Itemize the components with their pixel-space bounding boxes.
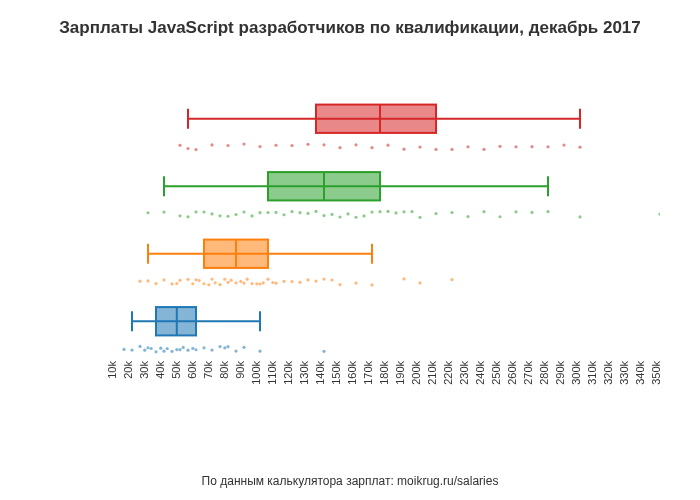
svg-point-66 xyxy=(154,350,157,353)
svg-point-167 xyxy=(514,210,517,213)
svg-point-103 xyxy=(226,281,229,284)
svg-text:100k: 100k xyxy=(250,361,262,385)
svg-text:80k: 80k xyxy=(218,361,230,379)
svg-point-175 xyxy=(210,143,213,146)
svg-text:200k: 200k xyxy=(410,361,422,385)
svg-point-179 xyxy=(274,144,277,147)
svg-point-105 xyxy=(234,281,237,284)
svg-point-98 xyxy=(207,283,210,286)
svg-point-183 xyxy=(338,146,341,149)
svg-point-116 xyxy=(282,280,285,283)
svg-point-114 xyxy=(271,281,274,284)
svg-point-196 xyxy=(546,145,549,148)
x-axis-title: По данным калькулятора зарплат: moikrug.… xyxy=(0,474,700,488)
svg-point-67 xyxy=(159,347,162,350)
svg-point-68 xyxy=(162,350,165,353)
svg-point-112 xyxy=(262,281,265,284)
svg-text:120k: 120k xyxy=(282,361,294,385)
svg-point-95 xyxy=(194,278,197,281)
svg-point-148 xyxy=(314,210,317,213)
svg-text:320k: 320k xyxy=(602,361,614,385)
svg-point-94 xyxy=(191,282,194,285)
svg-point-106 xyxy=(239,280,242,283)
svg-point-149 xyxy=(322,214,325,217)
svg-text:300k: 300k xyxy=(570,361,582,385)
svg-point-187 xyxy=(402,148,405,151)
svg-point-184 xyxy=(354,143,357,146)
svg-point-198 xyxy=(578,146,581,149)
svg-point-164 xyxy=(466,215,469,218)
svg-point-178 xyxy=(258,145,261,148)
svg-point-152 xyxy=(346,212,349,215)
svg-point-146 xyxy=(298,211,301,214)
svg-point-83 xyxy=(242,346,245,349)
svg-point-171 xyxy=(658,213,660,216)
svg-point-74 xyxy=(186,349,189,352)
svg-point-131 xyxy=(178,214,181,217)
svg-text:350k: 350k xyxy=(650,361,660,385)
svg-text:250k: 250k xyxy=(490,361,502,385)
svg-text:20k: 20k xyxy=(122,361,134,379)
svg-point-81 xyxy=(226,345,229,348)
svg-point-122 xyxy=(330,278,333,281)
chart-title: Зарплаты JavaScript разработчиков по ква… xyxy=(0,0,700,46)
svg-point-139 xyxy=(242,210,245,213)
svg-point-101 xyxy=(218,283,221,286)
svg-text:60k: 60k xyxy=(186,361,198,379)
svg-text:190k: 190k xyxy=(394,361,406,385)
svg-point-128 xyxy=(450,278,453,281)
svg-point-61 xyxy=(130,349,133,352)
svg-point-142 xyxy=(266,211,269,214)
x-axis-labels: 010k20k30k40k50k60k70k80k90k100k110k120k… xyxy=(100,361,660,385)
svg-point-136 xyxy=(218,214,221,217)
svg-point-174 xyxy=(194,148,197,151)
svg-point-96 xyxy=(198,279,201,282)
svg-point-181 xyxy=(306,143,309,146)
svg-point-93 xyxy=(186,278,189,281)
svg-point-62 xyxy=(138,345,141,348)
svg-point-134 xyxy=(202,210,205,213)
svg-point-69 xyxy=(166,347,169,350)
svg-point-76 xyxy=(194,348,197,351)
svg-text:90k: 90k xyxy=(234,361,246,379)
svg-point-71 xyxy=(175,348,178,351)
svg-text:170k: 170k xyxy=(362,361,374,385)
svg-point-123 xyxy=(338,283,341,286)
svg-point-110 xyxy=(255,282,258,285)
svg-point-191 xyxy=(466,145,469,148)
svg-point-91 xyxy=(175,282,178,285)
svg-point-127 xyxy=(418,281,421,284)
svg-text:220k: 220k xyxy=(442,361,454,385)
svg-point-172 xyxy=(178,144,181,147)
svg-text:260k: 260k xyxy=(506,361,518,385)
svg-point-120 xyxy=(314,279,317,282)
svg-point-176 xyxy=(226,144,229,147)
svg-point-115 xyxy=(274,282,277,285)
svg-point-140 xyxy=(250,214,253,217)
svg-point-156 xyxy=(378,210,381,213)
svg-rect-58 xyxy=(316,105,436,133)
svg-point-79 xyxy=(218,345,221,348)
svg-text:290k: 290k xyxy=(554,361,566,385)
svg-point-104 xyxy=(230,279,233,282)
svg-point-194 xyxy=(514,145,517,148)
svg-text:110k: 110k xyxy=(266,361,278,385)
svg-point-102 xyxy=(223,278,226,281)
svg-text:30k: 30k xyxy=(138,361,150,379)
svg-point-182 xyxy=(322,143,325,146)
svg-point-119 xyxy=(306,278,309,281)
svg-text:70k: 70k xyxy=(202,361,214,379)
svg-point-85 xyxy=(322,350,325,353)
svg-text:140k: 140k xyxy=(314,361,326,385)
svg-point-143 xyxy=(274,211,277,214)
svg-point-138 xyxy=(234,213,237,216)
svg-point-107 xyxy=(242,281,245,284)
svg-point-70 xyxy=(170,350,173,353)
svg-point-75 xyxy=(191,347,194,350)
svg-point-99 xyxy=(210,277,213,280)
svg-point-151 xyxy=(338,215,341,218)
svg-point-130 xyxy=(162,210,165,213)
svg-point-109 xyxy=(250,282,253,285)
svg-point-108 xyxy=(246,278,249,281)
svg-point-100 xyxy=(214,281,217,284)
